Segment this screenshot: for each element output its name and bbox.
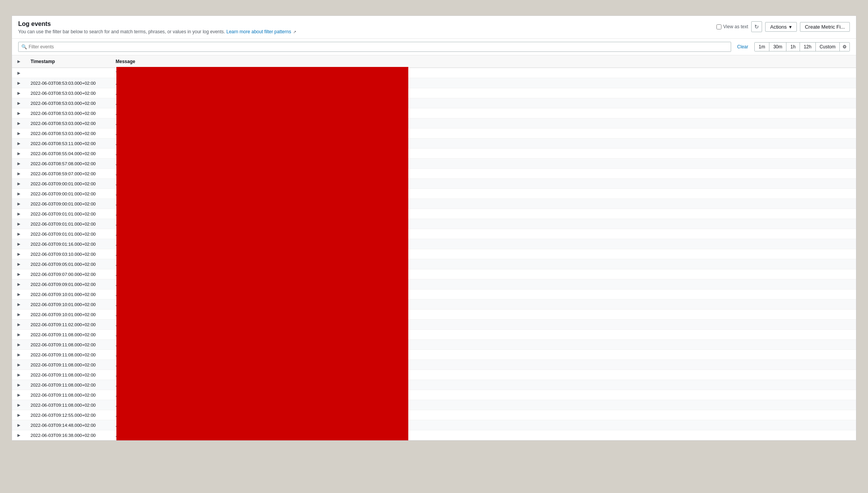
table-row[interactable]: ▶2022-06-03T09:10:01.000+02:00Jun 3 [12, 310, 856, 320]
table-row[interactable]: ▶2022-06-03T09:00:01.000+02:00Jun 3 [12, 189, 856, 199]
filter-input[interactable] [18, 42, 731, 52]
row-expand-button[interactable]: ▶ [17, 342, 21, 347]
clear-button[interactable]: Clear [734, 43, 752, 51]
row-expand-button[interactable]: ▶ [17, 251, 21, 257]
row-message: Jun 3 [111, 78, 856, 88]
time-1h-button[interactable]: 1h [786, 43, 800, 51]
row-expand-button[interactable]: ▶ [17, 211, 21, 217]
table-row[interactable]: ▶2022-06-03T09:01:01.000+02:00Jun 3 [12, 209, 856, 219]
table-row[interactable]: ▶2022-06-03T08:53:03.000+02:00Jun 3 [12, 88, 856, 98]
table-row[interactable]: ▶2022-06-03T08:59:07.000+02:00Jun 3 [12, 169, 856, 179]
row-expand-button[interactable]: ▶ [17, 100, 21, 106]
row-timestamp: 2022-06-03T09:11:08.000+02:00 [26, 370, 111, 380]
row-expand-button[interactable]: ▶ [17, 402, 21, 408]
time-custom-icon-button[interactable]: ⚙ [840, 43, 849, 51]
table-row[interactable]: ▶There [12, 68, 856, 78]
row-expand-button[interactable]: ▶ [17, 241, 21, 247]
row-expand-button[interactable]: ▶ [17, 352, 21, 358]
view-as-text-label[interactable]: View as text [716, 24, 748, 29]
row-expand-button[interactable]: ▶ [17, 312, 21, 317]
row-expand-button[interactable]: ▶ [17, 80, 21, 86]
table-row[interactable]: ▶2022-06-03T09:01:01.000+02:00Jun 3 [12, 229, 856, 239]
row-expand-button[interactable]: ▶ [17, 362, 21, 368]
row-expand-button[interactable]: ▶ [17, 90, 21, 96]
expand-all-button[interactable]: ▶ [17, 58, 21, 64]
table-row[interactable]: ▶2022-06-03T09:01:16.000+02:00Jun 3 [12, 239, 856, 249]
row-expand-button[interactable]: ▶ [17, 261, 21, 267]
table-row[interactable]: ▶2022-06-03T09:11:08.000+02:00Jun 3 [12, 340, 856, 350]
row-expand-button[interactable]: ▶ [17, 140, 21, 146]
row-expand-button[interactable]: ▶ [17, 130, 21, 136]
refresh-button[interactable]: ↻ [751, 21, 762, 32]
panel-header-left: Log events You can use the filter bar be… [18, 21, 296, 34]
table-row[interactable]: ▶2022-06-03T09:11:08.000+02:00Jun 3 [12, 370, 856, 380]
table-row[interactable]: ▶2022-06-03T09:11:08.000+02:00Jun 3 [12, 400, 856, 410]
row-expand-button[interactable]: ▶ [17, 151, 21, 156]
table-row[interactable]: ▶2022-06-03T09:16:38.000+02:00Jun 3 [12, 430, 856, 440]
table-row[interactable]: ▶2022-06-03T09:05:01.000+02:00Jun 3 [12, 259, 856, 269]
row-expand-button[interactable]: ▶ [17, 171, 21, 176]
row-expand-button[interactable]: ▶ [17, 291, 21, 297]
table-row[interactable]: ▶2022-06-03T09:10:01.000+02:00Jun 3 [12, 289, 856, 300]
timestamp-header[interactable]: Timestamp [26, 55, 111, 68]
table-row[interactable]: ▶2022-06-03T09:03:10.000+02:00Jun 3 [12, 249, 856, 259]
time-30m-button[interactable]: 30m [769, 43, 786, 51]
row-expand-button[interactable]: ▶ [17, 332, 21, 337]
row-expand-button[interactable]: ▶ [17, 301, 21, 307]
row-expand-button[interactable]: ▶ [17, 322, 21, 327]
row-expand-button[interactable]: ▶ [17, 161, 21, 166]
row-expand-button[interactable]: ▶ [17, 412, 21, 418]
table-row[interactable]: ▶2022-06-03T08:53:03.000+02:00Jun 3 [12, 108, 856, 118]
row-timestamp: 2022-06-03T09:01:16.000+02:00 [26, 239, 111, 249]
table-row[interactable]: ▶2022-06-03T09:11:02.000+02:00Jun 3 [12, 320, 856, 330]
table-row[interactable]: ▶2022-06-03T09:09:01.000+02:00Jun 3 [12, 279, 856, 289]
row-expand-button[interactable]: ▶ [17, 281, 21, 287]
row-expand-button[interactable]: ▶ [17, 432, 21, 438]
table-row[interactable]: ▶2022-06-03T09:11:08.000+02:00Jun 3 [12, 350, 856, 360]
row-expand-button[interactable]: ▶ [17, 221, 21, 227]
message-header[interactable]: Message [111, 55, 856, 68]
table-row[interactable]: ▶2022-06-03T09:00:01.000+02:00Jun 3 [12, 199, 856, 209]
log-events-table: ▶ Timestamp Message ▶There▶2022-06-03T08… [12, 55, 856, 440]
table-row[interactable]: ▶2022-06-03T09:12:55.000+02:00Jun 3 [12, 410, 856, 420]
table-row[interactable]: ▶2022-06-03T08:57:08.000+02:00Jun 3 [12, 159, 856, 169]
table-row[interactable]: ▶2022-06-03T09:07:00.000+02:00Jun 3 [12, 269, 856, 279]
table-row[interactable]: ▶2022-06-03T09:14:48.000+02:00Jun 3 [12, 420, 856, 430]
row-expand-button[interactable]: ▶ [17, 382, 21, 388]
table-row[interactable]: ▶2022-06-03T08:53:03.000+02:00Jun 3 [12, 78, 856, 88]
table-row[interactable]: ▶2022-06-03T08:53:03.000+02:00Jun 3 [12, 98, 856, 108]
table-row[interactable]: ▶2022-06-03T09:11:08.000+02:00Jun 3 [12, 330, 856, 340]
row-expand-cell: ▶ [12, 300, 26, 310]
table-row[interactable]: ▶2022-06-03T09:10:01.000+02:00Jun 3 [12, 300, 856, 310]
table-row[interactable]: ▶2022-06-03T09:00:01.000+02:00Jun 3 [12, 179, 856, 189]
table-row[interactable]: ▶2022-06-03T09:01:01.000+02:00Jun 3 [12, 219, 856, 229]
table-row[interactable]: ▶2022-06-03T09:11:08.000+02:00Jun 3 [12, 360, 856, 370]
filter-patterns-link[interactable]: Learn more about filter patterns [227, 29, 291, 34]
table-row[interactable]: ▶2022-06-03T09:11:08.000+02:00Jun 3 [12, 390, 856, 400]
page-title: Log events [18, 21, 296, 27]
table-row[interactable]: ▶2022-06-03T08:53:11.000+02:00Jun 3 [12, 139, 856, 149]
row-expand-button[interactable]: ▶ [17, 110, 21, 116]
row-expand-button[interactable]: ▶ [17, 191, 21, 197]
row-expand-button[interactable]: ▶ [17, 422, 21, 428]
time-1m-button[interactable]: 1m [755, 43, 769, 51]
table-row[interactable]: ▶2022-06-03T08:55:04.000+02:00Jun 3 [12, 149, 856, 159]
row-expand-button[interactable]: ▶ [17, 231, 21, 237]
row-expand-button[interactable]: ▶ [17, 372, 21, 378]
row-message: Jun 3 [111, 169, 856, 179]
time-12h-button[interactable]: 12h [800, 43, 816, 51]
row-expand-button[interactable]: ▶ [17, 120, 21, 126]
row-expand-button[interactable]: ▶ [17, 70, 21, 76]
row-expand-button[interactable]: ▶ [17, 392, 21, 398]
row-expand-button[interactable]: ▶ [17, 181, 21, 187]
row-expand-cell: ▶ [12, 420, 26, 430]
create-metric-button[interactable]: Create Metric Fi... [800, 22, 850, 32]
table-row[interactable]: ▶2022-06-03T08:53:03.000+02:00Jun 3 [12, 128, 856, 139]
row-expand-button[interactable]: ▶ [17, 271, 21, 277]
row-expand-button[interactable]: ▶ [17, 201, 21, 207]
view-as-text-checkbox[interactable] [716, 24, 721, 29]
actions-button[interactable]: Actions ▾ [765, 22, 797, 32]
table-row[interactable]: ▶2022-06-03T08:53:03.000+02:00Jun 3 [12, 118, 856, 128]
table-row[interactable]: ▶2022-06-03T09:11:08.000+02:00Jun 3 [12, 380, 856, 390]
time-custom-button[interactable]: Custom [816, 43, 840, 51]
